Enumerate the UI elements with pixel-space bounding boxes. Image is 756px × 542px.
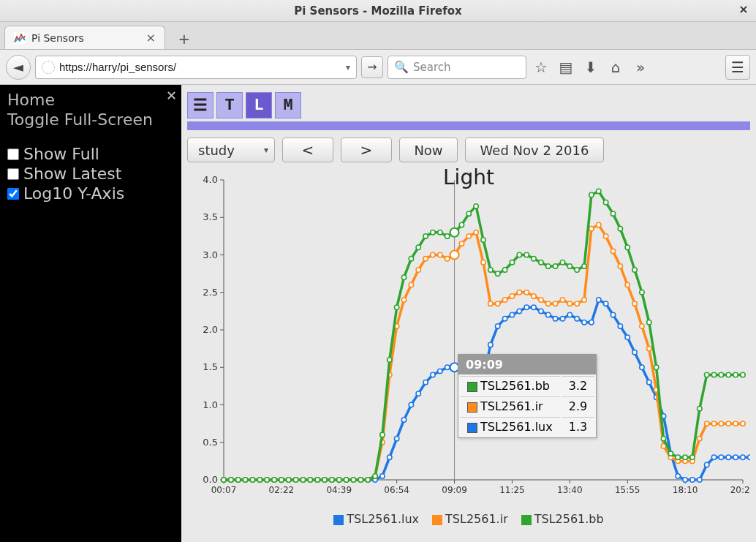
checkbox-show-latest[interactable] [7,168,19,180]
sidebar-close-icon[interactable]: ✕ [166,88,177,103]
svg-point-65 [394,436,398,440]
svg-point-105 [683,478,687,482]
svg-point-201 [315,478,320,482]
svg-point-210 [380,432,385,437]
seg-l[interactable]: L [246,92,272,118]
svg-point-240 [597,189,601,193]
search-box[interactable]: 🔍 Search [388,56,526,79]
tooltip-row: TSL2561.bb 3.2 [460,376,594,395]
chart-legend: TSL2561.lux TSL2561.ir TSL2561.bb [187,512,750,526]
svg-point-259 [733,372,738,377]
browser-tab[interactable]: Pi Sensors × [4,26,165,49]
svg-text:3.5: 3.5 [203,211,218,222]
svg-point-263 [450,251,459,260]
now-button[interactable]: Now [399,138,458,162]
svg-point-250 [668,451,673,456]
go-button[interactable]: → [361,56,383,78]
tooltip-table: TSL2561.bb 3.2 TSL2561.ir 2.9 TSL2561.lu… [458,374,596,437]
url-history-dropdown[interactable]: ▾ [343,62,353,72]
svg-point-166 [589,226,594,230]
seg-m[interactable]: M [275,92,301,118]
svg-point-157 [524,290,529,295]
url-input[interactable] [59,61,339,73]
svg-text:3.0: 3.0 [203,249,218,260]
overflow-icon[interactable]: » [630,57,651,78]
svg-point-245 [632,268,637,272]
legend-item[interactable]: TSL2561.ir [432,512,508,526]
svg-point-244 [625,245,630,249]
home-icon[interactable]: ⌂ [605,57,626,78]
svg-point-168 [603,234,608,238]
svg-text:02:22: 02:22 [269,485,295,495]
sidebar-link-fullscreen[interactable]: Toggle Full-Screen [7,110,174,129]
svg-point-209 [373,474,377,478]
date-display[interactable]: Wed Nov 2 2016 [465,138,604,162]
new-tab-button[interactable]: + [173,29,196,49]
sidebar-link-home[interactable]: Home [7,91,174,109]
search-placeholder: Search [413,61,451,74]
svg-text:18:10: 18:10 [673,485,698,495]
svg-point-93 [597,298,601,302]
back-button[interactable]: ◄ [6,55,31,80]
svg-point-226 [496,271,500,276]
svg-point-142 [416,268,420,272]
svg-point-154 [502,298,507,302]
location-select[interactable]: study [187,138,275,162]
tab-close-button[interactable]: × [146,31,156,45]
browser-toolbar: ◄ ▾ → 🔍 Search ☆ ▤ ⬇ ⌂ » ☰ [0,50,756,85]
tab-favicon [14,32,26,44]
svg-point-234 [553,264,557,268]
svg-text:1.0: 1.0 [203,399,218,410]
svg-point-251 [676,455,680,459]
svg-point-85 [539,309,543,313]
legend-item[interactable]: TSL2561.bb [521,512,604,526]
site-identity-icon[interactable] [42,61,55,74]
svg-point-112 [733,455,738,459]
svg-point-216 [423,234,428,238]
svg-point-224 [481,238,485,242]
svg-point-233 [546,264,551,268]
svg-point-207 [358,478,363,482]
downloads-icon[interactable]: ⬇ [581,57,601,78]
svg-point-235 [560,260,564,265]
svg-point-172 [632,301,637,306]
checkbox-show-full[interactable] [7,148,19,160]
sidebar-option-show-latest[interactable]: Show Latest [7,165,174,183]
url-bar[interactable]: ▾ [35,56,357,79]
swatch-ir [432,515,442,525]
svg-point-223 [474,204,478,208]
svg-text:2.5: 2.5 [203,287,218,298]
svg-point-232 [539,260,543,265]
menu-button[interactable]: ☰ [725,55,750,80]
svg-text:06:54: 06:54 [384,485,409,495]
bookmark-star-icon[interactable]: ☆ [531,57,551,78]
svg-point-111 [726,455,730,459]
checkbox-log10[interactable] [7,188,19,200]
svg-point-99 [640,365,644,369]
window-close-button[interactable]: × [737,3,750,16]
svg-point-219 [445,234,449,238]
light-chart[interactable]: 0.00.51.01.52.02.53.03.54.000:0702:2204:… [187,165,750,509]
prev-button[interactable]: < [282,138,333,162]
seg-t[interactable]: T [216,92,243,118]
reader-view-icon[interactable]: ▤ [556,57,576,78]
svg-text:09:09: 09:09 [442,485,467,495]
tab-strip: Pi Sensors × + [0,22,756,50]
svg-text:11:25: 11:25 [499,485,525,495]
svg-point-80 [502,316,507,320]
svg-point-97 [625,335,630,339]
next-button[interactable]: > [341,138,392,162]
svg-point-107 [698,478,702,482]
legend-item[interactable]: TSL2561.lux [333,512,419,526]
svg-point-144 [431,252,435,257]
sidebar-option-show-full[interactable]: Show Full [7,145,174,163]
swatch-ir [467,402,477,413]
svg-point-211 [388,358,392,362]
view-segmented-control: ☰ T L M [187,92,750,118]
sidebar-option-log10[interactable]: Log10 Y-Axis [7,184,174,203]
svg-point-231 [532,256,536,260]
svg-point-228 [510,260,514,265]
seg-menu[interactable]: ☰ [187,92,213,118]
svg-point-98 [632,350,637,355]
svg-point-191 [243,478,247,482]
